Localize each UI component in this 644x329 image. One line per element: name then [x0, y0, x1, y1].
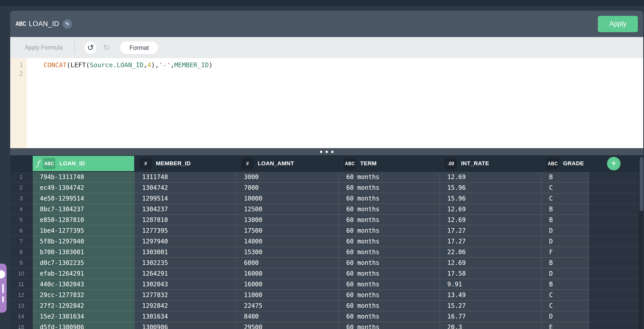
cell-term[interactable]: 60 months: [339, 268, 440, 279]
formula-code-line[interactable]: CONCAT(LEFT(Source.LOAN_ID,4),'-',MEMBER…: [27, 58, 643, 148]
column-header-grade[interactable]: ƒ ABC GRADE: [542, 156, 589, 172]
cell-loan_amnt[interactable]: 14000: [237, 236, 339, 247]
cell-term[interactable]: 60 months: [339, 172, 440, 183]
cell-loan_id[interactable]: 794b-1311748: [33, 172, 135, 183]
cell-loan_amnt[interactable]: 15300: [237, 247, 339, 258]
cell-member_id[interactable]: 1301634: [135, 311, 237, 322]
cell-term[interactable]: 60 months: [339, 290, 440, 301]
cell-loan_id[interactable]: b700-1303001: [33, 247, 135, 258]
cell-grade[interactable]: C: [542, 301, 589, 311]
cell-member_id[interactable]: 1277395: [135, 226, 237, 236]
add-column-button[interactable]: +: [607, 157, 621, 170]
cell-grade[interactable]: C: [542, 183, 589, 193]
cell-grade[interactable]: B: [542, 172, 589, 183]
cell-member_id[interactable]: 1300906: [135, 322, 237, 329]
cell-int_rate[interactable]: 17.27: [440, 226, 542, 236]
cell-loan_amnt[interactable]: 8400: [237, 311, 339, 322]
cell-term[interactable]: 60 months: [339, 258, 440, 268]
cell-grade[interactable]: B: [542, 204, 589, 215]
cell-term[interactable]: 60 months: [339, 279, 440, 290]
cell-member_id[interactable]: 1304237: [135, 204, 237, 215]
cell-int_rate[interactable]: 15.96: [440, 183, 542, 193]
cell-term[interactable]: 60 months: [339, 215, 440, 226]
cell-loan_amnt[interactable]: 17500: [237, 226, 339, 236]
cell-int_rate[interactable]: 12.69: [440, 172, 542, 183]
cell-loan_id[interactable]: 8bc7-1304237: [33, 204, 135, 215]
cell-term[interactable]: 60 months: [339, 193, 440, 204]
cell-loan_amnt[interactable]: 3000: [237, 172, 339, 183]
cell-term[interactable]: 60 months: [339, 183, 440, 193]
vertical-scrollbar-thumb[interactable]: [640, 157, 643, 211]
cell-loan_amnt[interactable]: 22475: [237, 301, 339, 311]
cell-loan_amnt[interactable]: 11000: [237, 290, 339, 301]
column-header-loan_amnt[interactable]: ƒ # LOAN_AMNT: [237, 156, 339, 172]
cell-loan_amnt[interactable]: 16000: [237, 268, 339, 279]
cell-int_rate[interactable]: 17.27: [440, 236, 542, 247]
cell-loan_id[interactable]: d5fd-1300906: [33, 322, 135, 329]
cell-int_rate[interactable]: 12.69: [440, 204, 542, 215]
undo-button[interactable]: ↺: [84, 42, 96, 54]
cell-grade[interactable]: D: [542, 268, 589, 279]
cell-member_id[interactable]: 1302235: [135, 258, 237, 268]
cell-int_rate[interactable]: 9.91: [440, 279, 542, 290]
cell-term[interactable]: 60 months: [339, 301, 440, 311]
cell-member_id[interactable]: 1311748: [135, 172, 237, 183]
cell-loan_amnt[interactable]: 12500: [237, 204, 339, 215]
cell-int_rate[interactable]: 15.96: [440, 193, 542, 204]
cell-member_id[interactable]: 1302043: [135, 279, 237, 290]
cell-int_rate[interactable]: 22.06: [440, 247, 542, 258]
cell-loan_id[interactable]: 29cc-1277832: [33, 290, 135, 301]
column-header-term[interactable]: ƒ ABC TERM: [339, 156, 440, 172]
cell-grade[interactable]: D: [542, 226, 589, 236]
apply-button[interactable]: Apply: [598, 16, 638, 32]
cell-grade[interactable]: B: [542, 279, 589, 290]
cell-term[interactable]: 60 months: [339, 311, 440, 322]
cell-term[interactable]: 60 months: [339, 226, 440, 236]
cell-loan_id[interactable]: efab-1264291: [33, 268, 135, 279]
cell-grade[interactable]: C: [542, 290, 589, 301]
cell-loan_id[interactable]: e850-1287810: [33, 215, 135, 226]
cell-grade[interactable]: C: [542, 193, 589, 204]
cell-member_id[interactable]: 1303001: [135, 247, 237, 258]
edit-title-button[interactable]: ✎: [63, 19, 72, 29]
cell-grade[interactable]: F: [542, 247, 589, 258]
redo-button[interactable]: ↻: [101, 42, 113, 54]
cell-member_id[interactable]: 1304742: [135, 183, 237, 193]
cell-member_id[interactable]: 1297940: [135, 236, 237, 247]
cell-member_id[interactable]: 1292842: [135, 301, 237, 311]
cell-term[interactable]: 60 months: [339, 236, 440, 247]
cell-loan_amnt[interactable]: 13000: [237, 215, 339, 226]
cell-term[interactable]: 60 months: [339, 247, 440, 258]
column-header-int_rate[interactable]: ƒ .00 INT_RATE: [440, 156, 542, 172]
cell-loan_id[interactable]: 27f2-1292842: [33, 301, 135, 311]
cell-grade[interactable]: D: [542, 311, 589, 322]
formula-editor[interactable]: 1 2 CONCAT(LEFT(Source.LOAN_ID,4),'-',ME…: [10, 58, 643, 148]
cell-loan_id[interactable]: d0c7-1302235: [33, 258, 135, 268]
column-header-loan_id[interactable]: ƒ ABC LOAN_ID: [33, 156, 135, 172]
cell-member_id[interactable]: 1287810: [135, 215, 237, 226]
cell-loan_id[interactable]: 4e58-1299514: [33, 193, 135, 204]
side-chat-tab[interactable]: [0, 264, 7, 313]
cell-loan_amnt[interactable]: 29500: [237, 322, 339, 329]
cell-loan_id[interactable]: 1be4-1277395: [33, 226, 135, 236]
column-header-member_id[interactable]: ƒ # MEMBER_ID: [135, 156, 237, 172]
cell-int_rate[interactable]: 17.58: [440, 268, 542, 279]
cell-term[interactable]: 60 months: [339, 204, 440, 215]
cell-grade[interactable]: B: [542, 258, 589, 268]
cell-int_rate[interactable]: 13.49: [440, 290, 542, 301]
cell-loan_id[interactable]: 440c-1302043: [33, 279, 135, 290]
cell-grade[interactable]: D: [542, 236, 589, 247]
cell-loan_id[interactable]: 5f8b-1297940: [33, 236, 135, 247]
cell-int_rate[interactable]: 12.69: [440, 258, 542, 268]
cell-loan_amnt[interactable]: 16000: [237, 279, 339, 290]
editor-resize-handle[interactable]: [10, 148, 643, 155]
cell-member_id[interactable]: 1264291: [135, 268, 237, 279]
cell-loan_amnt[interactable]: 10000: [237, 193, 339, 204]
cell-int_rate[interactable]: 15.27: [440, 301, 542, 311]
format-button[interactable]: Format: [120, 41, 158, 54]
cell-int_rate[interactable]: 16.77: [440, 311, 542, 322]
cell-loan_amnt[interactable]: 6000: [237, 258, 339, 268]
cell-int_rate[interactable]: 12.69: [440, 215, 542, 226]
cell-int_rate[interactable]: 20.3: [440, 322, 542, 329]
cell-member_id[interactable]: 1277832: [135, 290, 237, 301]
